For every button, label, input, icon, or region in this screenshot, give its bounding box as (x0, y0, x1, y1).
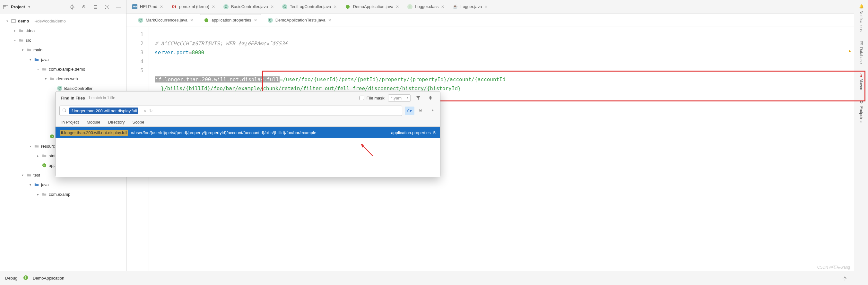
tab-module[interactable]: Module (87, 120, 100, 125)
file-mask-group[interactable]: File mask: *.yaml (360, 94, 410, 102)
tree-label: main (33, 48, 42, 52)
find-title: Find in Files (61, 96, 85, 100)
debug-settings-icon[interactable] (840, 274, 849, 283)
tree-twisty-icon[interactable]: ▾ (21, 48, 24, 52)
spring-boot-icon (23, 275, 28, 281)
find-in-files-popup: Find in Files 1 match in 1 file File mas… (55, 91, 440, 177)
close-icon[interactable]: ✕ (485, 4, 488, 9)
project-toolbar: Project ▼ — (0, 0, 126, 14)
tree-twisty-icon[interactable]: ▾ (28, 58, 32, 61)
match-case-toggle[interactable]: Cc (405, 106, 414, 115)
close-icon[interactable]: ✕ (328, 18, 331, 23)
pin-icon[interactable] (426, 93, 435, 102)
editor-tab[interactable]: DemoApplication.java✕ (341, 1, 403, 13)
editor-tab[interactable]: CTestLogController.java✕ (278, 1, 341, 13)
editor-tab[interactable]: ☕Logger.java✕ (449, 1, 492, 13)
editor-tabs-row-1: MDHELP.md✕mpom.xml (demo)✕CBasicControll… (126, 0, 868, 13)
close-icon[interactable]: ✕ (212, 4, 215, 9)
close-icon[interactable]: ✕ (441, 4, 444, 9)
class-icon: C (57, 86, 62, 91)
editor-tab[interactable]: mpom.xml (demo)✕ (167, 1, 219, 13)
editor-tab[interactable]: CMarkOccurrences.java✕ (134, 14, 197, 26)
tab-label: HELP.md (140, 4, 157, 9)
close-icon[interactable]: ✕ (396, 4, 399, 9)
tab-scope[interactable]: Scope (132, 120, 145, 125)
result-match-rest: =/user/foo/{userId}/pets/{petId}/propert… (131, 130, 316, 135)
debug-config-name[interactable]: DemoApplication (33, 276, 64, 281)
project-dropdown-icon[interactable]: ▼ (28, 5, 31, 9)
tool-maven[interactable]: mMaven (859, 73, 864, 91)
editor-tab[interactable]: application.properties✕ (200, 14, 261, 26)
warning-icon: ▲ (849, 46, 851, 55)
find-input[interactable]: if.longer.than.200.will.not.display.full… (59, 105, 402, 116)
tool-endpoints[interactable]: ⚙Endpoints (859, 100, 864, 123)
tree-item[interactable]: ▸com.examp (2, 189, 126, 199)
tab-in-project[interactable]: In Project (61, 120, 79, 125)
tree-item[interactable]: ▾demo~/dev/code/demo (2, 16, 126, 26)
tree-label: demo (18, 19, 29, 24)
project-title: Project (11, 4, 25, 9)
find-result-row[interactable]: if.longer.than.200.will.not.display.full… (56, 127, 440, 138)
tree-twisty-icon[interactable]: ▸ (36, 154, 40, 158)
tab-label: DemoApplicationTests.java (275, 18, 326, 23)
tab-label: BasicController.java (231, 4, 268, 9)
tab-directory[interactable]: Directory (108, 120, 125, 125)
tree-twisty-icon[interactable]: ▾ (36, 67, 40, 71)
editor-tab[interactable]: ILogger.class✕ (403, 1, 448, 13)
filter-icon[interactable] (414, 93, 423, 102)
hide-icon[interactable]: — (114, 3, 123, 11)
svg-rect-1 (3, 5, 5, 6)
folder-icon (34, 182, 39, 187)
tree-twisty-icon[interactable]: ▾ (44, 77, 48, 81)
tool-notifications[interactable]: 🔔Notifications (859, 4, 864, 31)
tree-twisty-icon[interactable]: ▸ (13, 29, 17, 32)
gutter-line: 4 (126, 57, 144, 66)
close-icon[interactable]: ✕ (160, 4, 163, 9)
collapse-all-icon[interactable] (91, 3, 100, 11)
close-icon[interactable]: ✕ (254, 18, 257, 23)
code-line-1: # å°CCHçCCH¨æSTRIåVTS¡ WEB è®¿éEPA®ç«¯åS… (155, 40, 288, 46)
close-icon[interactable]: ✕ (334, 4, 337, 9)
tab-label: application.properties (212, 18, 251, 23)
clear-icon[interactable]: ✕ (143, 108, 147, 113)
folder-icon (19, 37, 24, 43)
editor-tab[interactable]: MDHELP.md✕ (128, 1, 167, 13)
svg-point-3 (72, 6, 73, 7)
tree-item[interactable]: ▾main (2, 45, 126, 55)
tree-item[interactable]: ▾com.example.demo (2, 64, 126, 74)
gear-icon[interactable] (102, 3, 112, 11)
close-icon[interactable]: ✕ (271, 4, 274, 9)
tree-twisty-icon[interactable]: ▾ (21, 173, 24, 177)
editor-tab[interactable]: CDemoApplicationTests.java✕ (264, 14, 335, 26)
tree-item[interactable]: ▾java (2, 180, 126, 189)
editor-tabs-row-2: CMarkOccurrences.java✕application.proper… (126, 13, 868, 27)
tree-twisty-icon[interactable]: ▾ (13, 38, 17, 42)
editor-tab[interactable]: CBasicController.java✕ (220, 1, 278, 13)
close-icon[interactable]: ✕ (190, 18, 193, 23)
tool-database[interactable]: 🗄Database (859, 41, 864, 64)
regex-toggle[interactable]: .* (427, 106, 436, 115)
gutter-line: 3 (126, 48, 144, 57)
folder-icon (50, 76, 55, 81)
file-mask-checkbox[interactable] (360, 96, 364, 100)
tree-item[interactable]: ▸.idea (2, 26, 126, 35)
tree-label: java (41, 57, 49, 62)
svg-point-12 (25, 278, 26, 279)
file-mask-select[interactable]: *.yaml (388, 94, 410, 102)
tree-twisty-icon[interactable]: ▸ (36, 193, 40, 196)
interface-icon: I (407, 4, 412, 9)
gutter-line: 2 (126, 39, 144, 48)
tree-item[interactable]: ▾demos.web (2, 74, 126, 84)
tree-twisty-icon[interactable]: ▾ (28, 145, 32, 148)
maven-icon: m (172, 4, 177, 9)
project-icon (11, 18, 16, 24)
whole-words-toggle[interactable]: W (416, 106, 425, 115)
tree-item[interactable]: ▾java (2, 55, 126, 64)
locate-icon[interactable] (68, 3, 77, 11)
tree-item[interactable]: ▾src (2, 35, 126, 45)
tree-twisty-icon[interactable]: ▾ (28, 183, 32, 187)
tree-twisty-icon[interactable]: ▾ (5, 19, 9, 23)
history-icon[interactable]: ↻ (149, 108, 153, 113)
expand-all-icon[interactable] (79, 3, 88, 11)
svg-rect-5 (11, 20, 16, 23)
